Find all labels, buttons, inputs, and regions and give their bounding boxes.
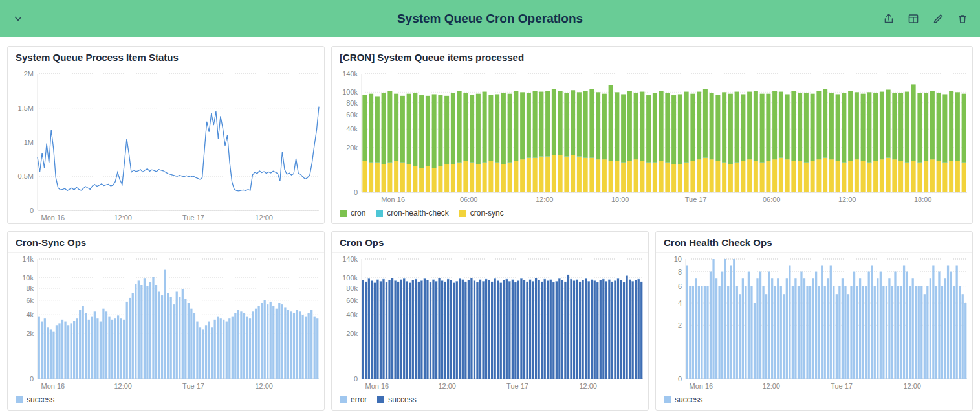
svg-text:1M: 1M: [24, 139, 34, 146]
edit-button[interactable]: [930, 10, 946, 27]
chart-legend: croncron-health-checkcron-sync: [332, 205, 972, 223]
svg-text:0: 0: [354, 188, 358, 196]
legend-label: cron: [351, 209, 365, 218]
legend-item-cron-health-check[interactable]: cron-health-check: [376, 209, 448, 218]
items-processed-stacked-bar-chart[interactable]: 020k40k60k80k100k140kMon 1606:0012:0018:…: [332, 67, 972, 205]
bar-chart-plot: 02k4k6k8k10k14kMon 1612:00Tue 1712:00: [8, 253, 324, 392]
view-table-button[interactable]: [905, 10, 922, 27]
panel-process-item-status: System Queue Process Item Status 00.5M1M…: [7, 46, 325, 224]
legend-label: success: [675, 395, 702, 404]
svg-text:80k: 80k: [346, 284, 358, 292]
cron-sync-ops-bar-chart[interactable]: 02k4k6k8k10k14kMon 1612:00Tue 1712:00: [8, 253, 324, 392]
share-button[interactable]: [880, 10, 897, 27]
svg-text:8k: 8k: [26, 284, 34, 292]
svg-text:Tue 17: Tue 17: [182, 214, 204, 221]
legend-swatch: [340, 396, 347, 403]
chart-legend: success: [8, 392, 324, 410]
bar-chart-plot: 0246810Mon 1612:00Tue 1712:00: [656, 253, 972, 392]
svg-text:Mon 16: Mon 16: [381, 196, 405, 203]
process-item-status-line-chart[interactable]: 00.5M1M1.5M2MMon 1612:00Tue 1712:00: [8, 67, 324, 223]
svg-text:4k: 4k: [26, 311, 34, 319]
panel-row-bottom: Cron-Sync Ops 02k4k6k8k10k14kMon 1612:00…: [7, 231, 973, 411]
svg-text:Tue 17: Tue 17: [506, 382, 528, 390]
svg-text:14k: 14k: [22, 255, 34, 263]
legend-item-cron-sync[interactable]: cron-sync: [459, 209, 504, 218]
svg-text:12:00: 12:00: [255, 214, 273, 221]
svg-text:2k: 2k: [26, 330, 34, 337]
svg-text:140k: 140k: [342, 255, 358, 263]
svg-text:100k: 100k: [342, 88, 358, 96]
legend-item-success[interactable]: success: [377, 395, 416, 404]
svg-text:100k: 100k: [342, 274, 358, 282]
legend-label: success: [388, 395, 416, 404]
svg-text:Tue 17: Tue 17: [685, 196, 707, 203]
svg-text:20k: 20k: [346, 330, 358, 337]
chevron-down-icon: [12, 12, 25, 25]
header-actions: [880, 10, 971, 27]
legend-swatch: [664, 396, 671, 403]
svg-text:60k: 60k: [346, 297, 358, 304]
svg-text:06:00: 06:00: [460, 196, 478, 203]
svg-text:18:00: 18:00: [611, 196, 629, 203]
svg-text:Mon 16: Mon 16: [690, 382, 713, 390]
svg-text:0: 0: [30, 207, 34, 214]
legend-item-success[interactable]: success: [16, 395, 54, 404]
svg-text:140k: 140k: [342, 70, 358, 78]
legend-label: cron-sync: [470, 209, 504, 218]
delete-button[interactable]: [954, 10, 971, 27]
legend-label: success: [27, 395, 54, 404]
svg-text:6k: 6k: [26, 297, 34, 304]
collapse-dashboard-button[interactable]: [9, 10, 27, 28]
svg-text:18:00: 18:00: [914, 196, 932, 203]
bar-chart-plot: 020k40k60k80k100k140kMon 1612:00Tue 1712…: [332, 253, 648, 392]
svg-text:12:00: 12:00: [536, 196, 554, 203]
share-icon: [883, 13, 895, 25]
legend-label: error: [351, 395, 367, 404]
legend-item-error[interactable]: error: [340, 395, 367, 404]
svg-text:12:00: 12:00: [114, 214, 132, 221]
legend-swatch: [340, 210, 347, 217]
legend-swatch: [16, 396, 23, 403]
svg-text:12:00: 12:00: [903, 382, 921, 390]
legend-item-cron[interactable]: cron: [340, 209, 365, 218]
chart-legend: errorsuccess: [332, 392, 648, 410]
svg-text:10: 10: [674, 255, 682, 263]
svg-text:2: 2: [678, 321, 682, 329]
legend-label: cron-health-check: [387, 209, 448, 218]
cron-health-check-ops-bar-chart[interactable]: 0246810Mon 1612:00Tue 1712:00: [656, 253, 972, 392]
panel-cron-health-check-ops: Cron Health Check Ops 0246810Mon 1612:00…: [655, 231, 973, 411]
panel-title: [CRON] System Queue items processed: [332, 47, 972, 67]
panel-items-processed: [CRON] System Queue items processed 020k…: [331, 46, 973, 224]
svg-text:80k: 80k: [346, 99, 358, 107]
legend-swatch: [459, 210, 466, 217]
svg-text:4: 4: [678, 299, 682, 307]
svg-text:12:00: 12:00: [114, 382, 132, 390]
legend-swatch: [376, 210, 383, 217]
svg-text:12:00: 12:00: [838, 196, 856, 203]
svg-text:12:00: 12:00: [438, 382, 456, 390]
svg-text:0.5M: 0.5M: [18, 172, 34, 180]
trash-icon: [957, 13, 968, 25]
svg-text:6: 6: [678, 282, 682, 290]
cron-ops-bar-chart[interactable]: 020k40k60k80k100k140kMon 1612:00Tue 1712…: [332, 253, 648, 392]
panel-title: Cron Ops: [332, 232, 648, 253]
panel-title: Cron Health Check Ops: [656, 232, 972, 253]
svg-text:Tue 17: Tue 17: [182, 382, 204, 390]
legend-swatch: [377, 396, 384, 403]
dashboard-content: System Queue Process Item Status 00.5M1M…: [0, 37, 980, 411]
svg-text:60k: 60k: [346, 111, 358, 119]
svg-text:Mon 16: Mon 16: [41, 382, 65, 390]
svg-text:40k: 40k: [346, 311, 358, 319]
svg-text:2M: 2M: [24, 70, 34, 78]
svg-text:0: 0: [354, 375, 358, 383]
legend-item-success[interactable]: success: [664, 395, 702, 404]
dashboard-title: System Queue Cron Operations: [0, 12, 980, 26]
svg-text:0: 0: [30, 375, 34, 383]
svg-text:40k: 40k: [346, 125, 358, 133]
svg-text:Mon 16: Mon 16: [365, 382, 389, 390]
pencil-icon: [932, 13, 944, 25]
svg-text:12:00: 12:00: [579, 382, 597, 390]
chart-legend: success: [656, 392, 972, 410]
svg-text:20k: 20k: [346, 144, 358, 152]
panel-title: Cron-Sync Ops: [8, 232, 324, 253]
